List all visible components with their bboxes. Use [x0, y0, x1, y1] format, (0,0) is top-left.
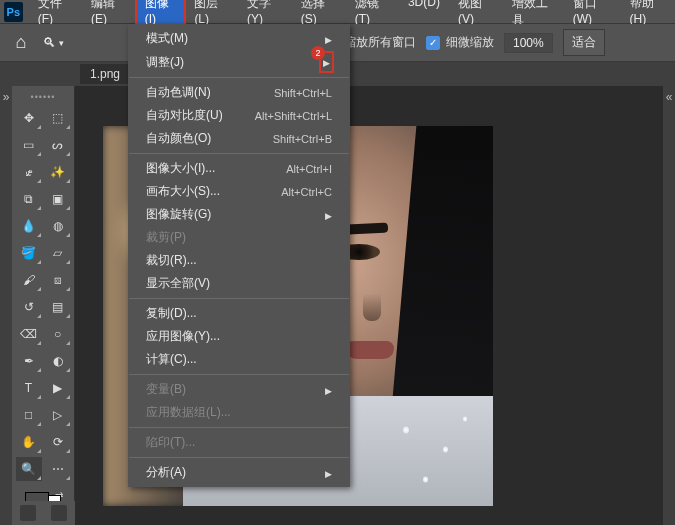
tab-title: 1.png — [90, 67, 120, 81]
image-menu-dropdown: 模式(M)调整(J)2自动色调(N)Shift+Ctrl+L自动对比度(U)Al… — [128, 24, 350, 487]
menu-item[interactable]: 应用图像(Y)... — [128, 325, 350, 348]
lasso-icon[interactable]: ᔕ — [45, 133, 71, 157]
type-icon[interactable]: T — [16, 376, 42, 400]
menu-item[interactable]: 画布大小(S)...Alt+Ctrl+C — [128, 180, 350, 203]
menu-item: 陷印(T)... — [128, 431, 350, 454]
menu-item-label: 裁剪(P) — [146, 229, 186, 246]
eyedropper-icon[interactable]: 💧 — [16, 214, 42, 238]
menu-item: 变量(B) — [128, 378, 350, 401]
menu-item: 裁剪(P) — [128, 226, 350, 249]
callout-badge-2: 2 — [311, 46, 325, 60]
frame-icon[interactable]: ▣ — [45, 187, 71, 211]
menu-item[interactable]: 复制(D)... — [128, 302, 350, 325]
menu-separator — [129, 298, 349, 299]
quick-mask-icon[interactable] — [20, 505, 36, 521]
zoom-tool-preset-icon[interactable] — [42, 32, 64, 54]
screen-mode-icon[interactable] — [51, 505, 67, 521]
hand-icon[interactable]: ✋ — [16, 430, 42, 454]
panel-collapse-right-icon[interactable] — [663, 86, 675, 525]
menu-item-label: 显示全部(V) — [146, 275, 210, 292]
menu-item[interactable]: 自动颜色(O)Shift+Ctrl+B — [128, 127, 350, 150]
checkbox-label: 细微缩放 — [446, 34, 494, 51]
submenu-arrow-icon — [325, 383, 332, 397]
magic-wand-icon[interactable]: ✨ — [45, 160, 71, 184]
brush-select-icon[interactable]: ⸙ — [16, 160, 42, 184]
menu-item-label: 复制(D)... — [146, 305, 197, 322]
menu-item-shortcut: Shift+Ctrl+L — [274, 87, 332, 99]
submenu-arrow-icon — [325, 466, 332, 480]
crop-icon[interactable]: ⧉ — [16, 187, 42, 211]
menu-separator — [129, 457, 349, 458]
menu-item[interactable]: 计算(C)... — [128, 348, 350, 371]
menubar: Ps 文件(F)编辑(E)图像(I)1图层(L)文字(Y)选择(S)滤镜(T)3… — [0, 0, 675, 24]
marquee-icon[interactable]: ▭ — [16, 133, 42, 157]
menu-item-label: 裁切(R)... — [146, 252, 197, 269]
menu-item[interactable]: 自动色调(N)Shift+Ctrl+L — [128, 81, 350, 104]
path-select-icon[interactable]: ▶ — [45, 376, 71, 400]
menu-item-label: 画布大小(S)... — [146, 183, 220, 200]
crop-perspective-icon[interactable]: ▱ — [45, 241, 71, 265]
menu-item[interactable]: 调整(J)2 — [128, 50, 350, 74]
menu-item-label: 计算(C)... — [146, 351, 197, 368]
menu-separator — [129, 374, 349, 375]
blur-icon[interactable]: ○ — [45, 322, 71, 346]
paint-bucket-icon[interactable]: 🪣 — [16, 241, 42, 265]
direct-select-icon[interactable]: ▷ — [45, 403, 71, 427]
app-logo-icon: Ps — [4, 2, 23, 22]
menu-item-label: 图像旋转(G) — [146, 206, 211, 223]
rectangle-icon[interactable]: □ — [16, 403, 42, 427]
menu-separator — [129, 77, 349, 78]
edit-toolbar-icon[interactable]: ⋯ — [45, 457, 71, 481]
toolbox-grip-icon[interactable]: •••••• — [31, 92, 56, 102]
eraser-icon[interactable]: ⌫ — [16, 322, 42, 346]
menu-item[interactable]: 图像大小(I)...Alt+Ctrl+I — [128, 157, 350, 180]
rotate-view-icon[interactable]: ⟳ — [45, 430, 71, 454]
menu-item-label: 自动色调(N) — [146, 84, 211, 101]
dodge-icon[interactable]: ◐ — [45, 349, 71, 373]
menu-item-label: 自动颜色(O) — [146, 130, 211, 147]
pen-icon[interactable]: ✒ — [16, 349, 42, 373]
home-icon[interactable] — [10, 32, 32, 54]
submenu-arrow-icon: 2 — [321, 53, 332, 71]
menu-item-shortcut: Alt+Ctrl+C — [281, 186, 332, 198]
menu-item-label: 陷印(T)... — [146, 434, 195, 451]
clone-stamp-icon[interactable]: ⧇ — [45, 268, 71, 292]
spot-heal-icon[interactable]: ◍ — [45, 214, 71, 238]
menu-item-label: 应用图像(Y)... — [146, 328, 220, 345]
menu-item[interactable]: 裁切(R)... — [128, 249, 350, 272]
menu-item-label: 应用数据组(L)... — [146, 404, 231, 421]
brush-icon[interactable]: 🖌 — [16, 268, 42, 292]
gradient-icon[interactable]: ▤ — [45, 295, 71, 319]
menu-item-shortcut: Alt+Ctrl+I — [286, 163, 332, 175]
menu-item-label: 变量(B) — [146, 381, 186, 398]
menu-item: 应用数据组(L)... — [128, 401, 350, 424]
menu-item[interactable]: 分析(A) — [128, 461, 350, 484]
menu-item[interactable]: 图像旋转(G) — [128, 203, 350, 226]
menu-item[interactable]: 显示全部(V) — [128, 272, 350, 295]
menu-item-label: 图像大小(I)... — [146, 160, 215, 177]
menu-item-label: 自动对比度(U) — [146, 107, 223, 124]
scrubby-zoom-checkbox[interactable]: 细微缩放 — [426, 34, 494, 51]
menu-item-shortcut: Alt+Shift+Ctrl+L — [255, 110, 332, 122]
checkbox-checked-icon — [426, 36, 440, 50]
toolbox: •••••• ✥⬚▭ᔕ⸙✨⧉▣💧◍🪣▱🖌⧇↺▤⌫○✒◐T▶□▷✋⟳🔍⋯ ⇄ ◪ — [12, 86, 75, 525]
menu-item-label: 模式(M) — [146, 30, 188, 47]
zoom-value[interactable]: 100% — [504, 33, 553, 53]
menu-separator — [129, 427, 349, 428]
move-icon[interactable]: ✥ — [16, 106, 42, 130]
menu-item-shortcut: Shift+Ctrl+B — [273, 133, 332, 145]
zoom-icon[interactable]: 🔍 — [16, 457, 42, 481]
menu-item-label: 调整(J) — [146, 54, 184, 71]
artboard-icon[interactable]: ⬚ — [45, 106, 71, 130]
submenu-arrow-icon — [325, 208, 332, 222]
history-brush-icon[interactable]: ↺ — [16, 295, 42, 319]
menu-item-label: 分析(A) — [146, 464, 186, 481]
checkbox-label: 缩放所有窗口 — [344, 34, 416, 51]
fit-screen-button[interactable]: 适合 — [563, 29, 605, 56]
toolbox-footer — [12, 501, 75, 525]
menu-item[interactable]: 自动对比度(U)Alt+Shift+Ctrl+L — [128, 104, 350, 127]
panel-collapse-left-icon[interactable] — [0, 86, 12, 525]
menu-separator — [129, 153, 349, 154]
submenu-arrow-icon — [325, 32, 332, 46]
